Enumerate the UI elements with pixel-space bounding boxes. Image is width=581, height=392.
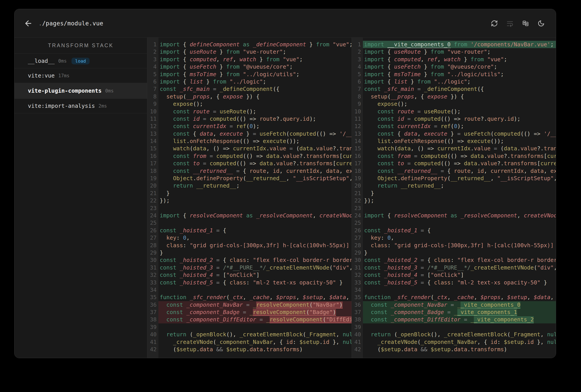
code-line: Object.defineProperty(__returned__, "__i… bbox=[158, 174, 352, 182]
code-line: const _sfc_main = _defineComponent({ bbox=[158, 85, 352, 93]
code-line: const { data, execute } = useFetch(compu… bbox=[158, 130, 352, 138]
code-line: const _hoisted_2 = { class: "flex flex-c… bbox=[363, 256, 556, 264]
line-number: 33 bbox=[352, 279, 361, 286]
code-line: const __returned__ = { route, id, curren… bbox=[158, 167, 352, 174]
code-line: import { useFetch } from "@vueuse/core"; bbox=[158, 63, 352, 70]
line-number: 8 bbox=[147, 93, 156, 100]
line-number: 8 bbox=[352, 93, 361, 100]
line-number: 19 bbox=[352, 174, 361, 182]
code-line: const _hoisted_3 = /*#__PURE__*/_createE… bbox=[363, 264, 556, 271]
dark-mode-button[interactable] bbox=[538, 20, 545, 27]
line-number: 10 bbox=[147, 108, 156, 115]
code-line bbox=[158, 286, 352, 294]
line-number: 6 bbox=[147, 78, 156, 85]
transform-stack-item[interactable]: vite-plugin-components0ms bbox=[14, 83, 147, 99]
code-line: key: 0, bbox=[363, 234, 556, 242]
code-line: return __returned__; bbox=[363, 182, 556, 189]
code-line: }); bbox=[158, 197, 352, 204]
code-line: const to = computed(() => data.value?.tr… bbox=[363, 160, 556, 167]
line-number: 41 bbox=[147, 338, 156, 346]
code-line: import { defineComponent as _defineCompo… bbox=[158, 41, 352, 48]
code-line: import { useRoute } from "vue-router"; bbox=[158, 48, 352, 56]
line-number: 30 bbox=[352, 256, 361, 264]
back-button[interactable] bbox=[24, 19, 33, 28]
line-number: 4 bbox=[352, 63, 361, 70]
line-number: 20 bbox=[147, 182, 156, 189]
line-number: 11 bbox=[352, 115, 361, 122]
diff-view-icon bbox=[522, 20, 529, 27]
code-line: const _hoisted_5 = { class: "ml-2 text-x… bbox=[363, 279, 556, 286]
code-line: const _hoisted_1 = { bbox=[158, 227, 352, 234]
code-line: const _component_DiffEditor = __vite_com… bbox=[363, 316, 556, 323]
line-number: 23 bbox=[352, 204, 361, 212]
plugin-time: 0ms bbox=[58, 58, 66, 64]
line-number: 1 bbox=[147, 41, 156, 48]
code-line bbox=[158, 324, 352, 331]
line-number: 2 bbox=[147, 48, 156, 56]
line-number: 1 bbox=[352, 41, 361, 48]
header-actions bbox=[491, 20, 545, 27]
line-number: 22 bbox=[147, 197, 156, 204]
line-number: 14 bbox=[147, 138, 156, 145]
diff-view: 1234567891011121314151617181920212223242… bbox=[147, 38, 556, 358]
code-line: } bbox=[363, 190, 556, 197]
line-number: 33 bbox=[147, 279, 156, 286]
line-number: 9 bbox=[147, 100, 156, 108]
code-line: const from = computed(() => data.value?.… bbox=[363, 152, 556, 160]
code-line: watch(data, () => currentIdx.value = (da… bbox=[363, 145, 556, 152]
code-line: const _sfc_main = _defineComponent({ bbox=[363, 85, 556, 93]
code-line: const currentIdx = ref(0); bbox=[158, 122, 352, 130]
line-number: 17 bbox=[147, 160, 156, 167]
code-line: const _hoisted_2 = { class: "flex flex-c… bbox=[158, 256, 352, 264]
diff-view-button[interactable] bbox=[522, 20, 529, 27]
line-number: 35 bbox=[147, 294, 156, 301]
transform-stack-list: __load__0msloadvite:vue17msvite-plugin-c… bbox=[14, 54, 147, 113]
line-wrap-button[interactable] bbox=[506, 20, 514, 27]
transform-stack-item[interactable]: vite:vue17ms bbox=[14, 68, 147, 83]
line-number: 22 bbox=[352, 197, 361, 204]
line-number: 26 bbox=[352, 227, 361, 234]
code-line: import { useFetch } from "@vueuse/core"; bbox=[363, 63, 556, 70]
code-line: const _hoisted_1 = { bbox=[363, 227, 556, 234]
line-number: 39 bbox=[147, 324, 156, 331]
line-number: 16 bbox=[352, 152, 361, 160]
code-line: const route = useRoute(); bbox=[158, 108, 352, 115]
code-line: import { resolveComponent as _resolveCom… bbox=[158, 212, 352, 219]
code-line bbox=[363, 219, 556, 226]
code-line: import __vite_components_0 from '/compon… bbox=[363, 41, 556, 48]
code-line: setup(__props, { expose }) { bbox=[158, 93, 352, 100]
line-number: 32 bbox=[352, 271, 361, 279]
line-number: 7 bbox=[147, 85, 156, 93]
code-line: expose(); bbox=[158, 100, 352, 108]
line-number: 39 bbox=[352, 324, 361, 331]
line-number: 36 bbox=[147, 301, 156, 308]
transform-stack-item[interactable]: __load__0msload bbox=[14, 54, 147, 68]
page-title-path: /pages/module.vue bbox=[42, 20, 103, 27]
code-line: list.onFetchResponse(() => execute()); bbox=[158, 138, 352, 145]
line-number: 37 bbox=[147, 308, 156, 316]
line-number: 40 bbox=[147, 331, 156, 338]
line-number: 25 bbox=[147, 219, 156, 226]
diff-panel-before: 1234567891011121314151617181920212223242… bbox=[147, 38, 352, 358]
refresh-button[interactable] bbox=[491, 20, 498, 27]
line-number: 40 bbox=[352, 331, 361, 338]
line-number: 6 bbox=[352, 78, 361, 85]
plugin-name: vite:import-analysis bbox=[28, 103, 95, 109]
code-line: return (_openBlock(), _createElementBloc… bbox=[158, 331, 352, 338]
plugin-time: 2ms bbox=[98, 103, 107, 109]
code-line: key: 0, bbox=[158, 234, 352, 242]
line-number: 35 bbox=[352, 294, 361, 301]
line-number: 21 bbox=[147, 190, 156, 197]
plugin-name: vite-plugin-components bbox=[28, 88, 102, 94]
transform-stack-item[interactable]: vite:import-analysis2ms bbox=[14, 99, 147, 113]
line-number: 20 bbox=[352, 182, 361, 189]
line-number: 24 bbox=[352, 212, 361, 219]
diff-panel-after: 1234567891011121314151617181920212223242… bbox=[352, 38, 556, 358]
line-number: 23 bbox=[147, 204, 156, 212]
code-line: const _component_DiffEditor = _resolveCo… bbox=[158, 316, 352, 323]
code-after: import __vite_components_0 from '/compon… bbox=[363, 38, 556, 358]
code-line: class: "grid grid-cols-[300px,3fr] h-[ca… bbox=[158, 242, 352, 249]
code-line: } bbox=[363, 249, 556, 256]
line-number: 42 bbox=[352, 346, 361, 353]
code-line: const id = computed(() => route?.query.i… bbox=[363, 115, 556, 122]
